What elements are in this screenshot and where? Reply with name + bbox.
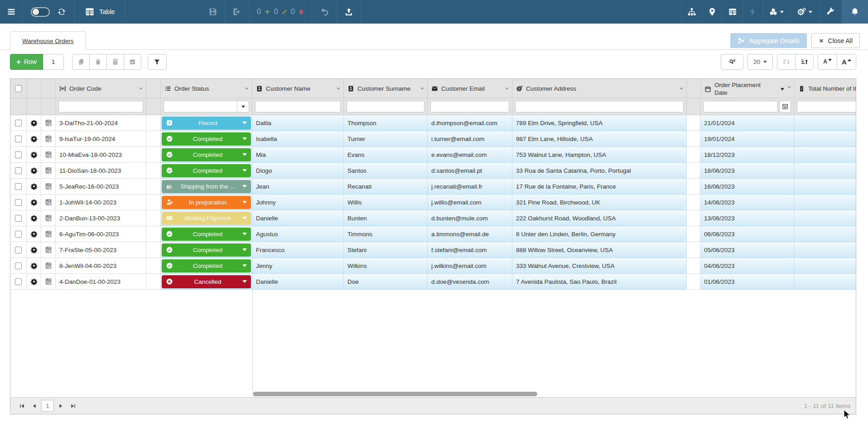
undo-button[interactable]: [312, 0, 337, 24]
delete-rows-button[interactable]: [89, 54, 107, 70]
filter-input-customer_email[interactable]: [430, 101, 509, 112]
mode-toggle[interactable]: [31, 7, 50, 17]
row-details-icon[interactable]: [45, 262, 52, 269]
save-button[interactable]: [202, 0, 225, 24]
column-header-customer_name[interactable]: Customer Name: [252, 79, 344, 98]
status-badge-completed[interactable]: Completed: [162, 148, 251, 161]
automation-button[interactable]: [743, 0, 763, 24]
column-header-customer_surname[interactable]: Customer Surname: [344, 79, 428, 98]
search-columns-button[interactable]: [721, 54, 743, 70]
filter-button[interactable]: [148, 54, 167, 70]
filter-input-customer_surname[interactable]: [347, 101, 424, 112]
menu-button[interactable]: [0, 0, 23, 24]
filter-input-customer_address[interactable]: [515, 101, 684, 112]
status-badge-completed[interactable]: Completed: [162, 243, 251, 257]
add-row-button[interactable]: + Row: [10, 54, 43, 70]
column-header-customer_address[interactable]: Customer Address: [512, 79, 687, 98]
row-checkbox[interactable]: [15, 151, 22, 158]
sort-descending-button[interactable]: [777, 54, 796, 70]
calculate-button[interactable]: [106, 54, 124, 70]
page-size-dropdown[interactable]: 20: [747, 54, 773, 70]
last-page-button[interactable]: [67, 400, 79, 412]
status-badge-completed[interactable]: Completed: [162, 228, 251, 241]
status-filter-select[interactable]: [164, 101, 249, 112]
status-badge-completed[interactable]: Completed: [162, 164, 251, 177]
status-badge-completed[interactable]: Completed: [162, 132, 251, 146]
select-all-checkbox[interactable]: [15, 85, 22, 92]
notifications-button[interactable]: [842, 0, 868, 24]
status-badge-shipping[interactable]: Shipping from the ...: [162, 180, 251, 193]
locations-button[interactable]: [702, 0, 722, 24]
first-page-button[interactable]: [16, 400, 28, 412]
column-header-order_status[interactable]: Order Status: [161, 79, 252, 98]
select-all-button[interactable]: [124, 54, 141, 70]
row-checkbox[interactable]: [15, 167, 22, 174]
row-checkbox[interactable]: [15, 247, 22, 253]
row-settings-icon[interactable]: [30, 278, 38, 285]
row-details-icon[interactable]: [45, 230, 52, 238]
date-filter-calendar-button[interactable]: [779, 101, 791, 112]
upload-button[interactable]: [337, 0, 361, 24]
horizontal-scrollbar[interactable]: [253, 392, 537, 396]
row-details-icon[interactable]: [45, 135, 52, 142]
close-all-button[interactable]: Close All: [811, 33, 860, 48]
tools-button[interactable]: [819, 0, 842, 24]
row-checkbox[interactable]: [15, 215, 22, 222]
row-details-icon[interactable]: [45, 278, 52, 285]
row-details-icon[interactable]: [45, 214, 52, 222]
font-increase-button[interactable]: A: [837, 54, 856, 70]
column-header-customer_email[interactable]: Customer Email: [428, 79, 512, 98]
row-checkbox[interactable]: [15, 120, 22, 126]
row-settings-icon[interactable]: [30, 199, 38, 206]
refresh-icon[interactable]: [57, 7, 66, 16]
row-settings-icon[interactable]: [30, 151, 38, 158]
font-decrease-button[interactable]: A: [818, 54, 837, 70]
row-settings-icon[interactable]: [30, 230, 38, 238]
settings-menu[interactable]: [790, 0, 819, 24]
export-button[interactable]: [225, 0, 250, 24]
status-badge-waiting_payment[interactable]: Waiting Payment: [162, 212, 251, 225]
status-badge-in_preparation[interactable]: In preparation: [162, 196, 251, 209]
filter-input-customer_name[interactable]: [255, 101, 341, 112]
row-checkbox[interactable]: [15, 231, 22, 238]
column-header-total_items[interactable]: Total Number of It: [795, 79, 856, 98]
row-checkbox[interactable]: [15, 199, 22, 206]
row-settings-icon[interactable]: [30, 119, 38, 126]
hierarchy-button[interactable]: [681, 0, 702, 24]
column-header-order_code[interactable]: Order Code: [56, 79, 146, 98]
row-details-icon[interactable]: [45, 183, 52, 190]
row-details-icon[interactable]: [45, 199, 52, 206]
row-settings-icon[interactable]: [30, 183, 38, 190]
row-details-icon[interactable]: [45, 246, 52, 253]
modules-menu[interactable]: [763, 0, 790, 24]
filter-input-order_code[interactable]: [58, 101, 143, 112]
status-badge-completed[interactable]: Completed: [162, 259, 251, 272]
row-checkbox[interactable]: [15, 136, 22, 142]
filter-input-total_items[interactable]: [797, 101, 856, 112]
tab-warehouse-orders[interactable]: Warehouse Orders: [10, 31, 86, 50]
row-details-icon[interactable]: [45, 151, 52, 158]
row-checkbox[interactable]: [15, 263, 22, 269]
row-settings-icon[interactable]: [30, 135, 38, 142]
row-settings-icon[interactable]: [30, 246, 38, 253]
current-page-button[interactable]: 1: [41, 400, 54, 412]
view-selector[interactable]: Table: [75, 0, 125, 24]
next-page-button[interactable]: [55, 400, 67, 412]
copy-rows-button[interactable]: [72, 54, 90, 70]
row-settings-icon[interactable]: [30, 214, 38, 222]
status-badge-cancelled[interactable]: Cancelled: [162, 275, 251, 288]
tables-button[interactable]: [722, 0, 743, 24]
row-details-icon[interactable]: [45, 167, 52, 174]
column-header-order_placement_date[interactable]: Order Placement Date: [701, 79, 795, 98]
row-details-icon[interactable]: [45, 119, 52, 126]
row-count-input[interactable]: [43, 54, 64, 70]
row-settings-icon[interactable]: [30, 167, 38, 174]
row-settings-icon[interactable]: [30, 262, 38, 269]
status-badge-placed[interactable]: Placed: [162, 117, 251, 130]
status-filter-caret-button[interactable]: [237, 101, 249, 112]
aggregate-details-button[interactable]: Aggregate Details: [730, 33, 806, 48]
sort-ascending-button[interactable]: [795, 54, 814, 70]
row-checkbox[interactable]: [15, 183, 22, 190]
date-filter-input[interactable]: [703, 101, 778, 112]
row-checkbox[interactable]: [15, 278, 22, 285]
